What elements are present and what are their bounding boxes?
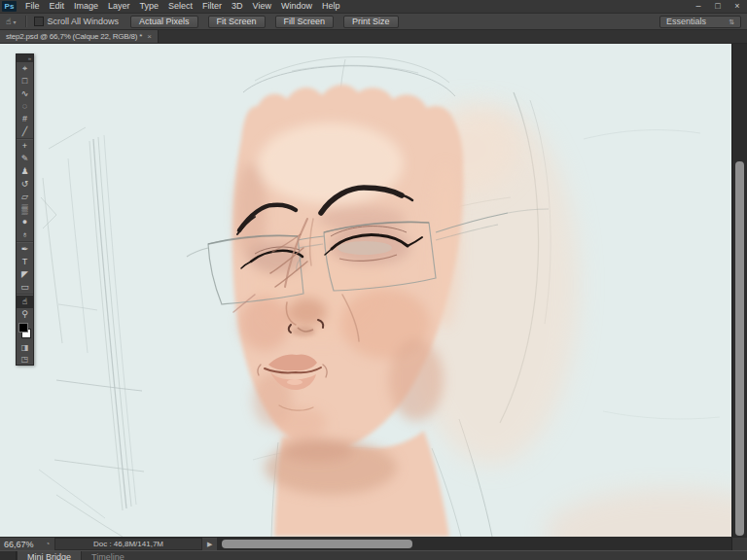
photoshop-logo-icon: Ps: [2, 1, 17, 12]
gradient-tool[interactable]: ▒: [17, 203, 33, 216]
tab-close-icon[interactable]: ×: [147, 32, 152, 41]
eyedropper-tool[interactable]: ╱: [17, 125, 33, 138]
fill-screen-button[interactable]: Fill Screen: [275, 16, 335, 28]
document-tab-bar: step2.psd @ 66,7% (Calque 22, RGB/8) * ×: [0, 30, 747, 44]
vertical-scrollbar-thumb[interactable]: [735, 161, 744, 536]
tool-preset-picker[interactable]: ☝ ▾: [0, 17, 20, 26]
scrollbar-corner: [731, 538, 747, 550]
hand-tool[interactable]: ☝: [17, 296, 33, 308]
screen-mode-button[interactable]: ◳: [17, 353, 33, 365]
brush-tool[interactable]: ✎: [17, 153, 33, 165]
lasso-tool[interactable]: ∿: [17, 88, 33, 100]
move-tool[interactable]: ⌖: [17, 62, 33, 75]
horizontal-scrollbar-thumb[interactable]: [222, 540, 412, 548]
foreground-color-swatch[interactable]: [18, 323, 28, 332]
menu-type[interactable]: Type: [135, 0, 164, 13]
document-title: step2.psd @ 66,7% (Calque 22, RGB/8) *: [6, 32, 142, 41]
dodge-tool[interactable]: ♁: [17, 228, 33, 241]
document-tab[interactable]: step2.psd @ 66,7% (Calque 22, RGB/8) * ×: [0, 30, 159, 43]
panel-grip[interactable]: [0, 551, 17, 560]
zoom-tool[interactable]: ⚲: [17, 308, 33, 321]
quick-mask-button[interactable]: ◨: [17, 341, 33, 353]
menu-select[interactable]: Select: [163, 0, 197, 13]
menu-view[interactable]: View: [248, 0, 276, 13]
menu-bar: Ps File Edit Image Layer Type Select Fil…: [0, 0, 747, 14]
vertical-scrollbar[interactable]: [731, 44, 747, 537]
options-bar: ☝ ▾ Scroll All Windows Actual Pixels Fit…: [0, 14, 747, 30]
actual-pixels-button[interactable]: Actual Pixels: [130, 16, 198, 28]
window-controls: – □ ×: [689, 0, 747, 13]
menu-edit[interactable]: Edit: [45, 0, 70, 13]
tools-panel: » ⌖ □ ∿ ◌ # ╱ + ✎ ♟ ↺ ▱ ▒ ● ♁ ✒ T ◤ ▭ ☝ …: [16, 53, 34, 366]
blur-tool[interactable]: ●: [17, 216, 33, 228]
print-size-button[interactable]: Print Size: [343, 16, 399, 28]
quick-selection-tool[interactable]: ◌: [17, 100, 33, 113]
crop-tool[interactable]: #: [17, 113, 33, 125]
horizontal-scrollbar[interactable]: [217, 538, 731, 550]
path-selection-tool[interactable]: ◤: [17, 268, 33, 281]
menu-file[interactable]: File: [20, 0, 45, 13]
shape-tool[interactable]: ▭: [17, 281, 33, 294]
tab-timeline[interactable]: Timeline: [82, 551, 134, 560]
menu-filter[interactable]: Filter: [197, 0, 227, 13]
scroll-all-windows-checkbox[interactable]: [34, 17, 44, 26]
chevron-down-icon: ▾: [13, 18, 16, 25]
type-tool[interactable]: T: [17, 256, 33, 268]
options-separator: [25, 16, 27, 27]
status-popup-arrow-icon[interactable]: ▶: [207, 541, 212, 548]
color-swatches: [17, 323, 33, 339]
workspace-switcher[interactable]: Essentials ⇅: [659, 16, 741, 28]
hand-tool-icon: ☝: [6, 17, 11, 26]
marquee-tool[interactable]: □: [17, 75, 33, 88]
canvas-area: » ⌖ □ ∿ ◌ # ╱ + ✎ ♟ ↺ ▱ ▒ ● ♁ ✒ T ◤ ▭ ☝ …: [0, 44, 747, 537]
document-size-info: Doc : 46,8M/141,7M: [54, 538, 202, 550]
history-brush-tool[interactable]: ↺: [17, 178, 33, 191]
healing-brush-tool[interactable]: +: [17, 140, 33, 153]
eraser-tool[interactable]: ▱: [17, 191, 33, 203]
minimize-button[interactable]: –: [689, 0, 708, 13]
double-arrow-icon: ⇅: [729, 17, 734, 27]
canvas-artwork[interactable]: [0, 44, 732, 537]
scroll-all-windows-label: Scroll All Windows: [48, 17, 120, 26]
tab-mini-bridge[interactable]: Mini Bridge: [17, 551, 82, 560]
bottom-panel-bar: Mini Bridge Timeline: [0, 550, 747, 560]
tools-panel-header[interactable]: »: [17, 54, 33, 62]
menu-layer[interactable]: Layer: [103, 0, 135, 13]
workspace-label: Essentials: [666, 17, 706, 27]
photoshop-window: Ps File Edit Image Layer Type Select Fil…: [0, 0, 747, 560]
restore-button[interactable]: □: [708, 0, 728, 13]
status-icon: ◔: [41, 540, 54, 548]
clone-stamp-tool[interactable]: ♟: [17, 165, 33, 178]
pen-tool[interactable]: ✒: [17, 243, 33, 256]
close-button[interactable]: ×: [728, 0, 747, 13]
status-bar: 66,67% ◔ Doc : 46,8M/141,7M ▶: [0, 537, 747, 550]
menu-help[interactable]: Help: [317, 0, 345, 13]
menu-window[interactable]: Window: [276, 0, 317, 13]
fit-screen-button[interactable]: Fit Screen: [208, 16, 266, 28]
menu-3d[interactable]: 3D: [227, 0, 248, 13]
menu-image[interactable]: Image: [69, 0, 103, 13]
zoom-level-field[interactable]: 66,67%: [0, 540, 41, 549]
